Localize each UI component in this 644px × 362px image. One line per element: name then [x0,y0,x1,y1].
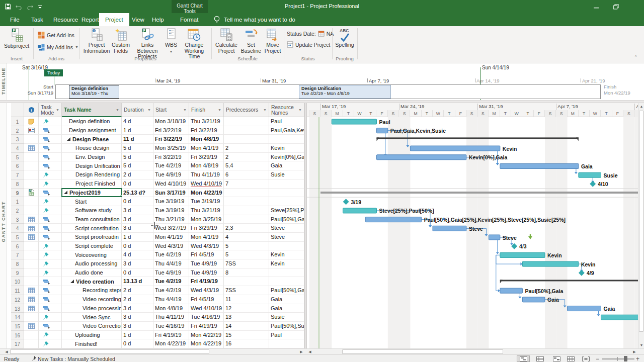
tab-file[interactable]: File [4,13,26,26]
report-view-icon[interactable] [579,355,592,362]
duration-cell[interactable]: 2 d [122,295,153,304]
predecessors-cell[interactable] [224,215,269,224]
task-name-cell[interactable]: Script complete [62,242,122,251]
gantt-bar-label[interactable]: 4/3 [519,243,527,249]
resource-names-cell[interactable]: Kevin[0%],Ga [269,153,304,162]
predecessors-cell[interactable] [224,197,269,206]
predecessors-cell[interactable]: 6 [224,170,269,179]
links-between-projects-button[interactable]: P Links Between Projects [131,28,164,60]
finish-cell[interactable]: Tue 4/9/19 [189,259,224,268]
duration-cell[interactable]: 5 d [122,153,153,162]
resource-names-cell[interactable]: Paul[50%],Sus [269,322,304,331]
predecessors-cell[interactable]: 5 [224,250,269,259]
get-add-ins-button[interactable]: Get Add-ins [37,31,74,39]
resource-names-cell[interactable]: Kevin [269,250,304,259]
table-row[interactable]: 8Project Finished0 dWed 4/10/19Wed 4/10/… [11,179,304,189]
row-number[interactable]: 11 [11,286,24,295]
start-cell[interactable]: Mon 4/1/19 [153,233,189,242]
info-cell[interactable] [24,259,39,268]
row-number[interactable]: 8 [11,179,24,189]
duration-cell[interactable]: 13.13 d [122,277,153,286]
gantt-bar-label[interactable]: Kevin [503,146,517,152]
change-working-time-button[interactable]: Change Working Time [179,28,210,60]
duration-cell[interactable]: 4 d [122,250,153,259]
task-name-cell[interactable]: Video creation [62,277,122,286]
timeline-pane[interactable]: Sat 3/16/19 Today Sun 4/14/19 Mar 24, '1… [7,63,644,100]
timeline-task-box[interactable]: Design Unification Tue 4/2/19 - Mon 4/8/… [299,85,391,99]
info-cell[interactable] [24,224,39,233]
task-name-cell[interactable]: Audio done [62,268,122,278]
table-row[interactable]: 3Design Phase11 dFri 3/22/19Mon 4/8/19 [11,135,304,144]
gantt-task-bar[interactable] [522,261,579,266]
resource-names-cell[interactable]: Gaia [269,295,304,304]
gantt-project-summary-bar[interactable] [320,192,638,194]
row-number[interactable]: 16 [11,331,24,340]
duration-cell[interactable]: 5 d [122,161,153,170]
predecessors-cell[interactable]: 14 [224,322,269,331]
start-cell[interactable]: Tue 4/9/19 [153,268,189,278]
table-row[interactable]: 6Script complete0 dWed 4/3/19Wed 4/3/195 [11,242,304,251]
gantt-summary-bar[interactable] [377,137,579,139]
predecessors-cell[interactable]: 12 [224,304,269,313]
scroll-right-icon[interactable]: ▶ [299,349,304,354]
start-cell[interactable]: Thu 4/4/19 [153,295,189,304]
finish-cell[interactable]: Mon 4/1/19 [189,233,224,242]
new-tasks-mode[interactable]: New Tasks : Manually Scheduled [38,356,115,362]
predecessors-cell[interactable]: 2,3 [224,224,269,233]
status-date-field[interactable]: Status Date: NA [287,30,334,37]
start-cell[interactable]: Tue 4/2/19 [153,161,189,170]
gantt-bar-label[interactable]: Paul[50%],Gaia[25%],Kevin[25%],Steve[25%… [424,217,566,223]
duration-cell[interactable]: 3 d [122,206,153,215]
table-row[interactable]: 6Design Unification5 dTue 4/2/19Mon 4/8/… [11,161,304,170]
info-cell[interactable] [24,339,39,348]
task-mode-cell[interactable] [39,189,62,198]
start-cell[interactable]: Fri 4/19/19 [153,331,189,340]
finish-cell[interactable]: Tue 4/16/19 [189,313,224,322]
predecessors-cell[interactable]: 13 [224,313,269,322]
scroll-up-icon[interactable]: ▲ [638,103,644,110]
finish-cell[interactable]: Wed 4/3/19 [189,286,224,295]
duration-cell[interactable]: 3 d [122,215,153,224]
start-cell[interactable]: Tue 3/19/19 [153,197,189,206]
finish-cell[interactable]: Wed 4/10/19 [189,304,224,313]
filter-caret-icon[interactable]: ▼ [218,107,221,113]
gantt-milestone-diamond[interactable] [590,181,596,187]
start-cell[interactable]: Wed 3/27/19 [153,224,189,233]
predecessors-cell[interactable] [224,117,269,126]
predecessors-cell[interactable]: 7SS [224,286,269,295]
start-cell[interactable]: Tue 4/16/19 [153,322,189,331]
finish-cell[interactable]: Fri 4/19/19 [189,277,224,286]
duration-cell[interactable]: 3 d [122,304,153,313]
resource-names-cell[interactable] [269,197,304,206]
task-name-cell[interactable]: Script constitution [62,224,122,233]
scroll-right-icon[interactable]: ▶ [632,349,637,354]
gantt-bar-label[interactable]: 4/10 [598,181,608,187]
task-mode-cell[interactable] [39,331,62,340]
predecessors-cell[interactable]: 7SS [224,259,269,268]
row-number[interactable]: 1 [11,197,24,206]
task-name-cell[interactable]: Design definition [62,117,122,126]
duration-cell[interactable]: 3 d [122,259,153,268]
duration-cell[interactable]: 5 d [122,144,153,153]
predecessors-cell[interactable] [224,135,269,144]
finish-cell[interactable]: Mon 4/8/19 [189,161,224,170]
column-header-finish[interactable]: Finish▼ [189,103,224,117]
row-number[interactable]: 1 [11,117,24,126]
row-number[interactable]: 7 [11,170,24,179]
column-header-start[interactable]: Start▼ [153,103,189,117]
row-number[interactable]: 8 [11,259,24,268]
predecessors-cell[interactable]: 2 [224,153,269,162]
resource-names-cell[interactable]: Gaia [269,304,304,313]
start-cell[interactable]: Wed 4/3/19 [153,242,189,251]
table-hscroll-thumb[interactable] [10,349,209,354]
set-baseline-button[interactable]: Set Baseline ▼ [239,28,263,60]
table-row[interactable]: 1Start0 dTue 3/19/19Tue 3/19/19 [11,197,304,206]
duration-cell[interactable]: 25.13 d? [122,189,153,198]
info-cell[interactable] [24,277,39,286]
column-header-info-icon[interactable]: i [24,103,39,117]
task-name-cell[interactable]: Project2019 [62,189,122,198]
team-planner-view-icon[interactable] [550,355,563,362]
table-row[interactable]: 12Video recording2 dThu 4/4/19Fri 4/5/19… [11,295,304,304]
gantt-chart-pane[interactable]: Mar 17, '19Mar 24, '19Mar 31, '19Apr 7, … [307,103,638,348]
gantt-bar-label[interactable]: Kevin [581,261,596,267]
